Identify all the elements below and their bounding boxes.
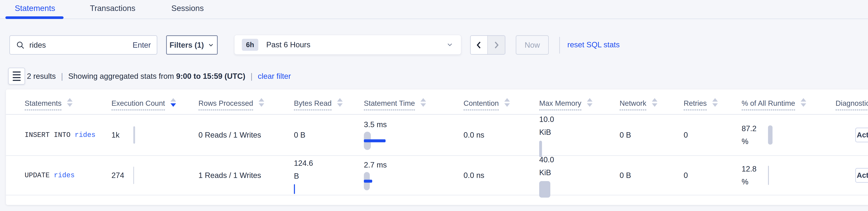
- search-input[interactable]: rides Enter: [9, 35, 157, 55]
- max-memory-cell: 10.0 KiB: [539, 115, 563, 155]
- column-header-rows-processed[interactable]: Rows Processed: [198, 98, 264, 110]
- clear-filter-link[interactable]: clear filter: [258, 72, 291, 81]
- column-header-statements[interactable]: Statements: [25, 98, 72, 110]
- max-memory-value: 40.0 KiB: [539, 153, 563, 179]
- execution-count-cell: 1k: [112, 115, 135, 155]
- time-range-badge: 6h: [242, 39, 258, 51]
- tab-transactions[interactable]: Transactions: [90, 3, 135, 13]
- statement-sql-keyword: UPDATE: [25, 172, 50, 179]
- column-header-label: % of All Runtime: [742, 99, 795, 110]
- search-icon: [16, 41, 25, 50]
- column-header-max-memory[interactable]: Max Memory: [539, 98, 592, 110]
- network-value: 0 B: [620, 131, 631, 139]
- sort-icons[interactable]: [801, 98, 806, 107]
- statement-time-bar: [364, 172, 406, 190]
- column-header-label: Execution Count: [112, 99, 165, 110]
- contention-cell: 0.0 ns: [464, 115, 484, 155]
- contention-value: 0.0 ns: [464, 171, 484, 180]
- sort-icons[interactable]: [587, 98, 592, 107]
- network-cell: 0 B: [620, 115, 631, 155]
- network-cell: 0 B: [620, 156, 631, 195]
- filters-button[interactable]: Filters (1): [166, 35, 218, 55]
- sort-icons[interactable]: [421, 98, 426, 107]
- mean-bar: [364, 139, 385, 142]
- sort-icons[interactable]: [337, 98, 343, 107]
- tab-bar: Statements Transactions Sessions: [0, 0, 868, 19]
- sort-icons[interactable]: [170, 98, 176, 107]
- column-header-label: Contention: [464, 99, 499, 110]
- aggregation-summary: Showing aggregated stats from 9:00 to 15…: [68, 72, 245, 81]
- active-tab-underline: [5, 16, 64, 19]
- runtime-pct-bar: [768, 166, 769, 185]
- bytes-read-value: 124.6 B: [294, 157, 320, 182]
- rows-processed-cell: 0 Reads / 1 Writes: [198, 115, 261, 155]
- tab-sessions[interactable]: Sessions: [172, 3, 204, 13]
- bytes-read-bar: [294, 184, 295, 194]
- activate-diagnostics-button[interactable]: Activate: [855, 168, 868, 183]
- sort-icons[interactable]: [259, 98, 264, 107]
- statement-time-cell: 2.7 ms: [364, 156, 406, 195]
- execution-count-value: 1k: [112, 131, 131, 139]
- column-header-execution-count[interactable]: Execution Count: [112, 98, 176, 110]
- column-header-contention[interactable]: Contention: [464, 98, 510, 110]
- table-row: UPDATErides 274 1 Reads / 1 Writes 124.6…: [6, 156, 868, 195]
- bytes-read-cell: 0 B: [294, 115, 320, 155]
- column-selector-button[interactable]: [8, 68, 25, 84]
- bytes-read-cell: 124.6 B: [294, 156, 320, 195]
- statement-table-name: rides: [75, 131, 95, 139]
- contention-value: 0.0 ns: [464, 131, 484, 139]
- rows-processed-value: 0 Reads / 1 Writes: [198, 131, 261, 139]
- time-range-select[interactable]: 6h Past 6 Hours: [234, 35, 461, 55]
- column-header-statement-time[interactable]: Statement Time: [364, 98, 426, 110]
- column-header-network[interactable]: Network: [620, 98, 657, 110]
- sort-icons[interactable]: [67, 98, 72, 107]
- filters-label: Filters (1): [169, 41, 204, 49]
- reset-sql-stats-link[interactable]: reset SQL stats: [567, 41, 620, 49]
- list-icon: [13, 72, 21, 81]
- now-button[interactable]: Now: [516, 35, 549, 55]
- search-enter-hint: Enter: [133, 41, 151, 49]
- rows-processed-value: 1 Reads / 1 Writes: [198, 171, 261, 180]
- statement-link[interactable]: INSERT INTOrides: [25, 115, 95, 155]
- statement-time-cell: 3.5 ms: [364, 115, 406, 155]
- results-line: 2 results | Showing aggregated stats fro…: [27, 68, 291, 84]
- statement-time-bar: [364, 132, 406, 150]
- tab-statements[interactable]: Statements: [15, 3, 55, 13]
- runtime-pct-cell: 87.2 %: [742, 115, 773, 155]
- activate-diagnostics-button[interactable]: Activate: [855, 128, 868, 142]
- execution-count-bar: [133, 126, 135, 144]
- statement-time-value: 3.5 ms: [364, 120, 387, 129]
- column-header-label: Diagnostics: [836, 99, 868, 110]
- column-header-runtime-pct[interactable]: % of All Runtime: [742, 98, 806, 110]
- execution-count-bar: [133, 167, 134, 184]
- sort-icons[interactable]: [712, 98, 718, 107]
- retries-value: 0: [684, 131, 688, 139]
- execution-count-value: 274: [112, 171, 131, 180]
- previous-interval-button[interactable]: [471, 36, 488, 54]
- runtime-pct-value: 87.2 %: [742, 122, 764, 148]
- max-memory-cell: 40.0 KiB: [539, 156, 563, 195]
- divider: |: [61, 72, 63, 81]
- retries-cell: 0: [684, 115, 688, 155]
- statement-link[interactable]: UPDATErides: [25, 156, 75, 195]
- column-header-label: Bytes Read: [294, 99, 332, 110]
- time-range-label: Past 6 Hours: [266, 41, 446, 49]
- next-interval-button[interactable]: [488, 36, 505, 54]
- chevron-down-icon: [446, 41, 454, 49]
- rows-processed-cell: 1 Reads / 1 Writes: [198, 156, 261, 195]
- statement-time-value: 2.7 ms: [364, 161, 387, 169]
- column-header-retries[interactable]: Retries: [684, 98, 718, 110]
- sort-icons[interactable]: [652, 98, 657, 107]
- retries-value: 0: [684, 171, 688, 180]
- max-memory-bar: [539, 181, 550, 197]
- column-header-label: Network: [620, 99, 646, 110]
- column-header-diagnostics[interactable]: Diagnostics: [836, 98, 868, 110]
- column-header-label: Statement Time: [364, 99, 415, 110]
- divider: |: [250, 72, 253, 81]
- aggregation-window: 9:00 to 15:59 (UTC): [176, 72, 245, 80]
- column-header-label: Rows Processed: [198, 99, 253, 110]
- column-header-bytes-read[interactable]: Bytes Read: [294, 98, 343, 110]
- search-value[interactable]: rides: [29, 41, 133, 49]
- table-header-row: Statements Execution Count Rows Processe…: [6, 89, 868, 115]
- sort-icons[interactable]: [504, 98, 510, 107]
